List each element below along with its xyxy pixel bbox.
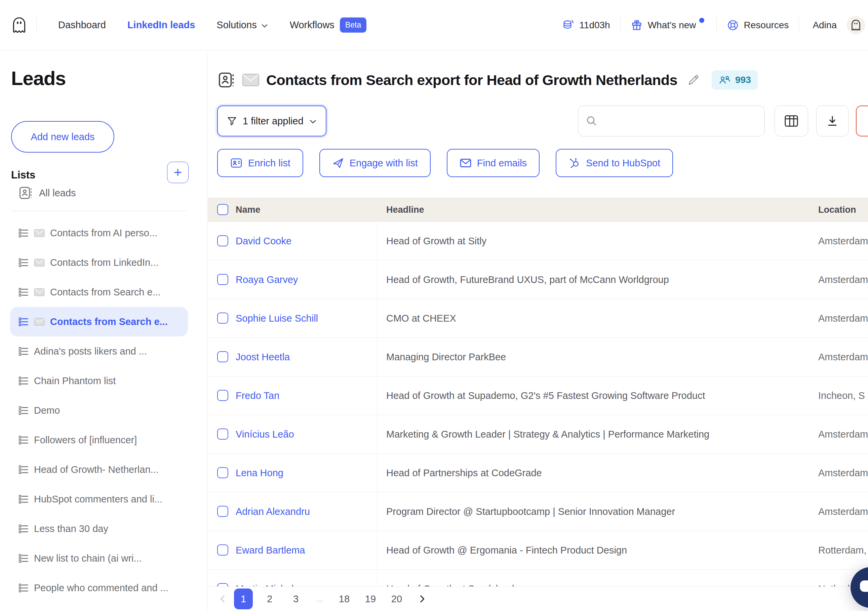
page-title: Leads <box>11 67 66 90</box>
row-checkbox[interactable] <box>217 274 228 285</box>
download-button[interactable] <box>816 105 848 136</box>
table-row: Adrian Alexandru Program Director @ Star… <box>208 492 868 531</box>
lead-name-link[interactable]: Fredo Tan <box>236 376 279 415</box>
lead-name-link[interactable]: Joost Heetla <box>236 338 290 376</box>
sidebar-list-item-3[interactable]: Contacts from Search e... <box>10 307 188 336</box>
page-button[interactable]: 3 <box>287 588 305 609</box>
sidebar-list-item-10[interactable]: Less than 30 day <box>10 514 188 543</box>
filter-button[interactable]: 1 filter applied <box>217 105 326 136</box>
whats-new-button[interactable]: What's new <box>621 19 716 31</box>
nav-item-solutions[interactable]: Solutions <box>217 20 268 31</box>
nav-item-linkedin-leads[interactable]: LinkedIn leads <box>127 20 195 31</box>
edit-title-icon[interactable] <box>687 73 700 87</box>
list-icon <box>18 376 29 386</box>
table-row: Lena Hong Head of Partnerships at CodeGr… <box>208 454 868 492</box>
row-checkbox[interactable] <box>217 312 228 324</box>
row-checkbox[interactable] <box>217 506 228 517</box>
engage-with-list-button[interactable]: Engage with list <box>319 149 431 177</box>
page-button[interactable]: 2 <box>260 588 279 609</box>
phantombuster-ghost-logo[interactable] <box>12 17 26 34</box>
sidebar-list-item-11[interactable]: New list to chain (ai wri... <box>10 543 188 573</box>
lead-headline: Head of Growth, FutureBrand UXUS, part o… <box>386 260 669 299</box>
lead-location: Amsterdam <box>818 222 868 260</box>
lead-name-link[interactable]: Eward Bartlema <box>236 531 305 569</box>
lead-headline: Head of Partnerships at CodeGrade <box>386 454 542 492</box>
column-header-name: Name <box>236 205 260 215</box>
plus-icon <box>173 167 183 178</box>
next-page-button[interactable] <box>414 588 430 609</box>
send-to-hubspot-button[interactable]: Send to HubSpot <box>556 149 673 177</box>
paper-plane-icon <box>332 157 344 169</box>
list-icon <box>18 435 29 445</box>
previous-page-button[interactable] <box>214 588 231 609</box>
page-button[interactable]: 18 <box>335 588 353 609</box>
lead-name-link[interactable]: Sophie Luise Schill <box>236 299 318 337</box>
lead-name-link[interactable]: David Cooke <box>236 222 291 260</box>
add-list-button[interactable] <box>167 162 189 183</box>
sidebar-item-label: All leads <box>39 187 76 199</box>
add-new-leads-button[interactable]: Add new leads <box>11 121 114 153</box>
search-input[interactable] <box>603 115 757 127</box>
sidebar-list-item-12[interactable]: People who commented and ... <box>10 573 188 603</box>
enrich-list-button[interactable]: Enrich list <box>217 149 303 177</box>
sidebar-item-all-leads[interactable]: All leads <box>18 185 76 201</box>
resources-button[interactable]: Resources <box>717 19 799 31</box>
lead-headline: Head of Growth at Supademo, G2's #5 Fast… <box>386 376 705 415</box>
sidebar-list-item-4[interactable]: Adina's posts likers and ... <box>10 336 188 366</box>
nav-item-workflows[interactable]: Workflows Beta <box>290 17 367 32</box>
nav-item-dashboard[interactable]: Dashboard <box>58 20 106 31</box>
sidebar: Leads Add new leads Lists All leads <box>0 51 208 611</box>
lead-location: Incheon, S <box>818 376 865 415</box>
sidebar-list-item-5[interactable]: Chain Phantom list <box>10 366 188 396</box>
user-menu[interactable]: Adina <box>799 17 867 34</box>
search-icon <box>586 115 598 127</box>
list-icon <box>18 583 29 593</box>
hubspot-icon <box>569 157 581 169</box>
column-settings-button[interactable] <box>775 105 808 136</box>
sidebar-list-item-6[interactable]: Demo <box>10 396 188 425</box>
sidebar-list-item-1[interactable]: Contacts from LinkedIn... <box>10 248 188 277</box>
row-checkbox[interactable] <box>217 235 228 246</box>
sidebar-list-item-0[interactable]: Contacts from AI perso... <box>10 218 188 248</box>
notification-dot <box>699 18 704 23</box>
sidebar-list-item-9[interactable]: HubSpot commenters and li... <box>10 484 188 514</box>
page-button[interactable]: 1 <box>234 588 253 609</box>
lead-name-link[interactable]: Adrian Alexandru <box>236 492 310 531</box>
table-header: Name Headline Location <box>208 198 868 222</box>
main-content: Contacts from Search export for Head of … <box>208 51 868 611</box>
sidebar-item-label: Contacts from AI perso... <box>50 227 157 239</box>
row-checkbox[interactable] <box>217 544 228 555</box>
row-checkbox[interactable] <box>217 428 228 439</box>
lead-location: Amsterdam <box>818 492 868 531</box>
sidebar-item-label: Contacts from Search e... <box>50 287 161 298</box>
lead-name-link[interactable]: Lena Hong <box>236 454 284 492</box>
contact-card-icon <box>230 156 243 169</box>
controls-row: 1 filter applied <box>208 105 868 136</box>
page-button[interactable]: 19 <box>361 588 380 609</box>
contact-card-icon <box>217 71 235 89</box>
usage-time[interactable]: 11d03h <box>552 19 620 31</box>
lead-name-link[interactable]: Roaya Garvey <box>236 260 298 299</box>
row-checkbox[interactable] <box>217 390 228 401</box>
page-button[interactable]: 20 <box>387 588 406 609</box>
lead-headline: Head of Growth @ Ergomania - Fintech Pro… <box>386 531 627 569</box>
row-checkbox[interactable] <box>217 467 228 478</box>
lead-count: 993 <box>735 74 751 85</box>
table-row: Eward Bartlema Head of Growth @ Ergomani… <box>208 531 868 570</box>
lead-location: Rotterdam, <box>818 531 866 569</box>
list-icon <box>18 405 29 416</box>
find-emails-button[interactable]: Find emails <box>447 149 539 177</box>
danger-action-button[interactable] <box>856 105 868 136</box>
nav-label: Workflows <box>290 20 335 31</box>
nav-label: Solutions <box>217 20 256 31</box>
row-checkbox[interactable] <box>217 351 228 362</box>
lead-location: Amsterdam <box>818 338 868 376</box>
lead-name-link[interactable]: Vinícius Leão <box>236 415 294 453</box>
sidebar-list-item-7[interactable]: Followers of [influencer] <box>10 425 188 455</box>
filter-button-label: 1 filter applied <box>243 116 304 127</box>
sidebar-list-item-2[interactable]: Contacts from Search e... <box>10 277 188 307</box>
sidebar-list-item-8[interactable]: Head of Growth- Netherlan... <box>10 455 188 484</box>
select-all-checkbox[interactable] <box>217 204 228 215</box>
mail-icon <box>242 73 259 87</box>
execution-time-icon <box>562 19 574 31</box>
